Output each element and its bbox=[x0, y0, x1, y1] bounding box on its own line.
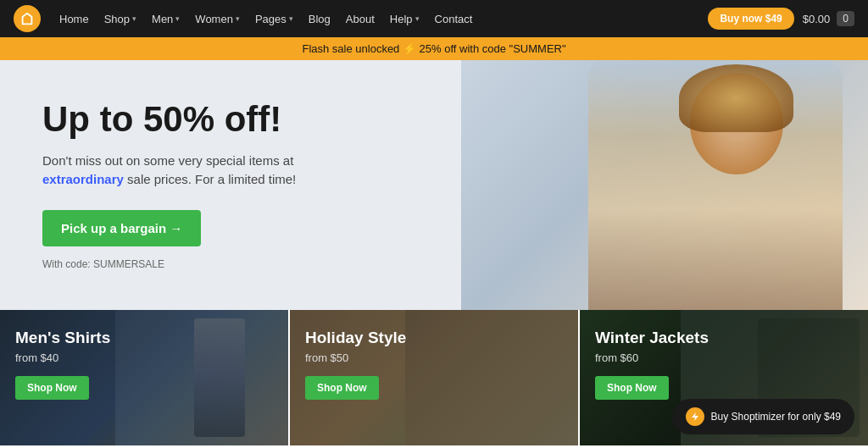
nav-contact[interactable]: Contact bbox=[428, 13, 480, 25]
hero-promo-code: With code: SUMMERSALE bbox=[42, 258, 826, 270]
nav-women[interactable]: Women ▾ bbox=[188, 13, 247, 25]
chevron-down-icon: ▾ bbox=[289, 14, 293, 23]
badge-label: Buy Shoptimizer for only $49 bbox=[711, 411, 841, 423]
nav-about[interactable]: About bbox=[339, 13, 381, 25]
flash-sale-bar: Flash sale unlocked ⚡ 25% off with code … bbox=[0, 37, 868, 60]
product-card-mens-shirts: Men's Shirts from $40 Shop Now bbox=[0, 310, 288, 445]
nav-shop[interactable]: Shop ▾ bbox=[97, 13, 143, 25]
card-price-1: from $50 bbox=[305, 351, 563, 364]
cart-price: $0.00 bbox=[803, 13, 831, 25]
product-card-holiday-style: Holiday Style from $50 Shop Now bbox=[288, 310, 578, 445]
svg-point-0 bbox=[25, 18, 30, 22]
buy-shoptimizer-badge[interactable]: Buy Shoptimizer for only $49 bbox=[672, 399, 854, 434]
shop-now-button-0[interactable]: Shop Now bbox=[15, 376, 89, 400]
shop-now-button-2[interactable]: Shop Now bbox=[595, 376, 669, 400]
nav-home[interactable]: Home bbox=[53, 13, 96, 25]
nav-pages[interactable]: Pages ▾ bbox=[248, 13, 300, 25]
nav-links: Home Shop ▾ Men ▾ Women ▾ Pages ▾ Blog A… bbox=[53, 13, 703, 25]
nav-buy-button[interactable]: Buy now $49 bbox=[708, 8, 793, 30]
shop-now-button-1[interactable]: Shop Now bbox=[305, 376, 379, 400]
chevron-down-icon: ▾ bbox=[175, 14, 180, 23]
cart-count[interactable]: 0 bbox=[837, 11, 854, 26]
nav-blog[interactable]: Blog bbox=[302, 13, 337, 25]
badge-lightning-icon bbox=[686, 407, 704, 426]
nav-men[interactable]: Men ▾ bbox=[145, 13, 186, 25]
hero-description: Don't miss out on some very special item… bbox=[42, 152, 331, 190]
hero-title: Up to 50% off! bbox=[42, 100, 826, 139]
flash-sale-text: Flash sale unlocked ⚡ 25% off with code … bbox=[302, 42, 565, 55]
hero-content: Up to 50% off! Don't miss out on some ve… bbox=[0, 66, 868, 303]
card-price-2: from $60 bbox=[595, 351, 853, 364]
nav-help[interactable]: Help ▾ bbox=[383, 13, 426, 25]
card-title-0: Men's Shirts bbox=[15, 329, 273, 348]
site-logo[interactable] bbox=[14, 5, 41, 32]
hero-cta-button[interactable]: Pick up a bargain → bbox=[42, 210, 201, 246]
chevron-down-icon: ▾ bbox=[236, 14, 240, 23]
chevron-down-icon: ▾ bbox=[132, 14, 136, 23]
card-price-0: from $40 bbox=[15, 351, 273, 364]
chevron-down-icon: ▾ bbox=[415, 14, 420, 23]
hero-section: Up to 50% off! Don't miss out on some ve… bbox=[0, 60, 868, 310]
cart-area: $0.00 0 bbox=[794, 11, 854, 26]
card-title-1: Holiday Style bbox=[305, 329, 563, 348]
card-title-2: Winter Jackets bbox=[595, 329, 853, 348]
navbar: Home Shop ▾ Men ▾ Women ▾ Pages ▾ Blog A… bbox=[0, 0, 868, 37]
